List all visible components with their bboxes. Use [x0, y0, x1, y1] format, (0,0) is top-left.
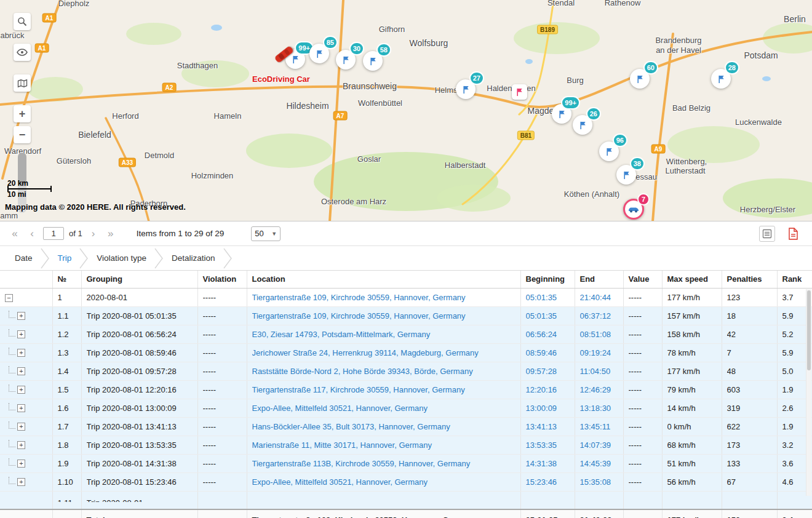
table-row[interactable]: +1.3Trip 2020-08-01 08:59:46-----Jericho… — [0, 343, 812, 362]
map-city-label: Herzberg/Elster — [740, 205, 795, 214]
export-pdf-button[interactable] — [785, 226, 801, 242]
table-row[interactable]: +1.11Trip 2020-08-01 — [0, 491, 812, 509]
table-row[interactable]: +1.5Trip 2020-08-01 12:20:16-----Tiergar… — [0, 380, 812, 399]
cell-beginning: 12:20:16 — [520, 380, 575, 399]
table-row[interactable]: +1.8Trip 2020-08-01 13:53:35-----Mariens… — [0, 436, 812, 454]
scrollbar-thumb[interactable] — [807, 290, 811, 370]
column-header[interactable]: Rank — [777, 271, 812, 288]
report-view-button[interactable] — [759, 226, 775, 242]
cell-beginning: 08:59:46 — [520, 343, 575, 362]
table-row[interactable]: +1.7Trip 2020-08-01 13:41:13-----Hans-Bö… — [0, 417, 812, 436]
column-header[interactable]: № — [52, 271, 81, 288]
cell-violation: ----- — [197, 325, 247, 343]
cell-violation: ----- — [197, 288, 247, 306]
tree-cell: + — [0, 399, 52, 417]
scale-mi-label: 10 mi — [7, 190, 55, 199]
map-city-label: Osnabrück — [0, 31, 24, 40]
flag-cluster-marker[interactable]: 27 — [456, 79, 476, 99]
pink-flag-icon — [515, 87, 524, 97]
column-header[interactable]: Grouping — [81, 271, 197, 288]
map-city-label: Burg — [567, 76, 583, 85]
page-size-select[interactable]: 50 ▼ — [251, 226, 281, 241]
first-page-button[interactable]: « — [6, 228, 23, 240]
cell-beginning: 05:01:35 — [520, 288, 575, 306]
table-row[interactable]: +1.9Trip 2020-08-01 14:31:38-----Tiergar… — [0, 454, 812, 472]
expand-row-toggle[interactable]: + — [17, 330, 25, 338]
column-header[interactable]: Value — [623, 271, 662, 288]
page-number-input[interactable] — [43, 227, 64, 240]
cell-value: ----- — [623, 472, 662, 491]
column-header[interactable]: Location — [247, 271, 520, 288]
cell-end: 21:40:44 — [575, 288, 623, 306]
map-city-label: Wolfsburg — [410, 38, 448, 48]
table-row[interactable]: −12020-08-01-----Tiergartenstraße 109, K… — [0, 288, 812, 306]
expand-row-toggle[interactable]: + — [17, 460, 25, 468]
flag-cluster-marker[interactable]: 58 — [363, 51, 383, 71]
flag-cluster-marker[interactable]: 96 — [599, 141, 619, 161]
column-header[interactable] — [0, 271, 52, 288]
cell-max-speed: 79 km/h — [662, 380, 722, 399]
map[interactable]: DiepholzStendalRathenowBerlinGifhornWolf… — [0, 0, 812, 221]
expand-row-toggle[interactable]: + — [17, 404, 25, 412]
map-layers-button[interactable] — [14, 74, 31, 92]
flag-cluster-marker[interactable]: 26 — [573, 115, 592, 135]
cell-penalties: 622 — [722, 417, 777, 436]
flag-cluster-marker[interactable]: 28 — [711, 69, 731, 89]
tree-cell: + — [0, 343, 52, 362]
flag-cluster-marker[interactable]: 99+ — [552, 104, 571, 124]
map-search-button[interactable] — [14, 13, 31, 30]
tree-cell: + — [0, 454, 52, 472]
tab-violation-type[interactable]: Violation type — [90, 253, 153, 263]
table-row[interactable]: +1.4Trip 2020-08-01 09:57:28-----Raststä… — [0, 362, 812, 380]
cell-end: 09:19:24 — [575, 343, 623, 362]
zoom-out-button[interactable]: − — [14, 126, 31, 143]
expand-row-toggle[interactable]: + — [17, 349, 25, 357]
scale-bar — [7, 188, 52, 189]
cell-penalties — [722, 491, 777, 509]
table-scrollbar[interactable] — [806, 289, 811, 496]
expand-row-toggle[interactable]: + — [17, 441, 25, 449]
collapse-row-toggle[interactable]: − — [5, 294, 13, 302]
expand-row-toggle[interactable]: + — [17, 312, 25, 320]
last-page-button[interactable]: » — [102, 228, 119, 240]
cell-value: ----- — [623, 288, 662, 306]
eye-icon — [17, 48, 28, 57]
table-row[interactable]: +1.2Trip 2020-08-01 06:56:24-----E30, Zi… — [0, 325, 812, 343]
tab-detalization[interactable]: Detalization — [165, 253, 221, 263]
cell-location: Marienstraße 11, Mitte 30171, Hannover, … — [247, 436, 520, 454]
report-table: №GroupingViolationLocationBeginningEndVa… — [0, 271, 812, 518]
finish-flag-marker[interactable] — [512, 84, 527, 100]
unit-cluster-marker[interactable]: 7 — [623, 199, 644, 220]
flag-cluster-marker[interactable]: 85 — [309, 44, 329, 63]
column-header[interactable]: Beginning — [520, 271, 575, 288]
total-end: 21:40:38 — [575, 509, 623, 518]
expand-row-toggle[interactable]: + — [17, 386, 25, 394]
flag-cluster-marker[interactable]: 38 — [616, 165, 636, 185]
table-row[interactable]: +1.10Trip 2020-08-01 15:23:46-----Expo-A… — [0, 472, 812, 491]
tree-connector-icon — [9, 329, 15, 337]
tab-trip[interactable]: Trip — [52, 253, 78, 263]
zoom-in-button[interactable]: + — [14, 105, 31, 122]
expand-row-toggle[interactable]: + — [17, 478, 25, 486]
flag-icon — [461, 85, 471, 94]
expand-row-toggle[interactable]: + — [17, 367, 25, 375]
map-visibility-button[interactable] — [14, 44, 31, 61]
flag-cluster-marker[interactable]: 60 — [630, 69, 650, 89]
prev-page-button[interactable]: ‹ — [23, 228, 41, 240]
expand-row-toggle[interactable]: + — [17, 423, 25, 431]
column-header[interactable]: Max speed — [662, 271, 722, 288]
table-row[interactable]: +1.1Trip 2020-08-01 05:01:35-----Tiergar… — [0, 306, 812, 325]
tree-connector-icon — [9, 403, 15, 410]
cluster-count-badge: 85 — [323, 36, 338, 49]
column-header[interactable]: End — [575, 271, 623, 288]
cell-value: ----- — [623, 325, 662, 343]
flag-cluster-marker[interactable]: 30 — [336, 50, 356, 70]
next-page-button[interactable]: › — [85, 228, 102, 240]
column-header[interactable]: Violation — [197, 271, 247, 288]
column-header[interactable]: Penalties — [722, 271, 777, 288]
table-row[interactable]: +1.6Trip 2020-08-01 13:00:09-----Expo-Al… — [0, 399, 812, 417]
tab-date[interactable]: Date — [9, 253, 39, 263]
cell-num: 1.9 — [52, 454, 81, 472]
total-penalties: 153 — [722, 509, 777, 518]
cell-penalties: 133 — [722, 454, 777, 472]
